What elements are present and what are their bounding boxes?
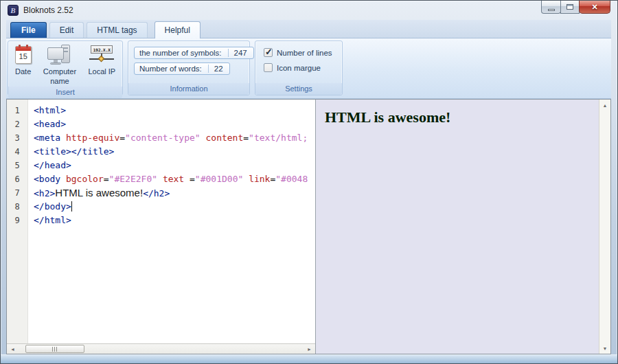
line-number: 5 <box>7 159 27 172</box>
code-line[interactable]: <body bgcolor="#E2E2F0" text ="#001D00" … <box>34 172 315 186</box>
code-segment: = <box>184 174 195 184</box>
computer-base <box>50 62 61 65</box>
window-title: Bloknots 2.52 <box>23 5 73 15</box>
code-segment: HTML is awesome! <box>55 187 143 198</box>
horizontal-scrollbar[interactable]: ◄ ► <box>7 343 315 354</box>
titlebar[interactable]: B Bloknots 2.52 ✕ <box>1 1 617 20</box>
code-segment: = <box>104 174 109 184</box>
tab-html-tags[interactable]: HTML tags <box>87 22 147 38</box>
vertical-scroll-track[interactable] <box>599 111 610 343</box>
maximize-button[interactable] <box>560 1 580 14</box>
scroll-left-arrow[interactable]: ◄ <box>7 344 19 354</box>
number-of-lines-checkbox[interactable] <box>264 48 273 57</box>
code-segment: "#0048 <box>275 174 308 184</box>
horizontal-scroll-track[interactable] <box>19 344 304 354</box>
line-number: 6 <box>7 172 27 186</box>
code-segment: </h2> <box>143 188 170 198</box>
ribbon-group-settings: Number of lines Icon margue Settings <box>255 41 343 95</box>
preview-heading: HTML is awesome! <box>325 109 599 126</box>
symbols-count-value: 247 <box>228 49 249 57</box>
minimize-button[interactable] <box>541 1 561 14</box>
line-number: 3 <box>7 131 27 145</box>
code-line[interactable]: </html> <box>34 214 315 227</box>
editor-body[interactable]: 123456789 <html><head><meta http-equiv="… <box>7 100 315 343</box>
computer-icon <box>47 45 72 65</box>
number-of-lines-label: Number of lines <box>277 49 332 57</box>
app-icon: B <box>8 5 19 16</box>
computer-name-button-label: Computer name <box>39 67 80 87</box>
code-segment: <meta <box>34 133 60 143</box>
ribbon-tab-bar: File Edit HTML tags Helpful <box>6 20 611 38</box>
scroll-down-arrow[interactable]: ▼ <box>599 343 610 354</box>
calendar-day: 15 <box>16 52 31 61</box>
code-line[interactable]: <meta http-equiv="content-type" content=… <box>34 131 315 145</box>
icon-margue-label: Icon margue <box>277 64 321 72</box>
code-segment <box>243 174 249 184</box>
scroll-thumb-grip-icon <box>52 347 58 352</box>
tab-file[interactable]: File <box>10 22 47 38</box>
computer-name-button[interactable]: Computer name <box>39 44 80 87</box>
scroll-right-arrow[interactable]: ► <box>304 344 315 354</box>
code-segment: </body> <box>34 201 71 212</box>
scroll-up-arrow[interactable]: ▲ <box>599 100 610 111</box>
group-label-settings: Settings <box>255 83 342 95</box>
line-number-gutter: 123456789 <box>7 100 28 343</box>
words-count-value: 22 <box>208 65 225 73</box>
information-fields: the number of symbols: 247 Number of wor… <box>128 41 249 78</box>
line-number: 4 <box>7 145 27 159</box>
html-preview-pane: HTML is awesome! <box>316 100 599 354</box>
ip-icon-wrap: 192.X.X <box>89 44 114 66</box>
calendar-icon: 15 <box>15 46 32 64</box>
tab-helpful[interactable]: Helpful <box>154 21 201 38</box>
ribbon-group-insert: 15 Date Computer name <box>8 41 123 95</box>
window-controls: ✕ <box>542 1 610 14</box>
code-line[interactable]: <head> <box>34 117 315 131</box>
ip-icon-label: 192.X.X <box>91 45 113 54</box>
main-area: 123456789 <html><head><meta http-equiv="… <box>6 99 611 354</box>
computer-icon-wrap <box>47 44 72 66</box>
code-segment: "content-type" <box>125 133 201 143</box>
code-editor[interactable]: 123456789 <html><head><meta http-equiv="… <box>7 100 316 354</box>
close-icon: ✕ <box>591 3 597 12</box>
tab-edit[interactable]: Edit <box>49 22 84 38</box>
horizontal-scroll-thumb[interactable] <box>25 345 84 353</box>
app-window: B Bloknots 2.52 ✕ File Edit HTML tags He… <box>0 0 618 364</box>
code-line[interactable]: <title></title> <box>34 145 315 159</box>
symbols-count-label: the number of symbols: <box>139 49 222 57</box>
local-ip-button-label: Local IP <box>88 67 115 76</box>
line-number: 8 <box>7 200 27 214</box>
date-button-label: Date <box>15 67 31 76</box>
code-line[interactable]: </head> <box>34 159 315 172</box>
code-segment: content <box>205 133 243 143</box>
close-button[interactable]: ✕ <box>579 1 610 14</box>
window-bottom-frame <box>1 354 617 363</box>
code-segment: http-equiv <box>66 133 119 143</box>
local-ip-button[interactable]: 192.X.X Local IP <box>88 44 115 87</box>
insert-buttons: 15 Date Computer name <box>8 41 122 87</box>
app-icon-letter: B <box>10 6 15 14</box>
icon-margue-checkbox[interactable] <box>264 63 273 72</box>
ribbon-group-information: the number of symbols: 247 Number of wor… <box>128 41 250 95</box>
settings-options: Number of lines Icon margue <box>255 41 342 78</box>
icon-margue-option[interactable]: Icon margue <box>264 63 342 72</box>
vertical-scrollbar[interactable]: ▲ ▼ <box>599 100 610 354</box>
code-segment: <body <box>34 174 60 184</box>
date-button[interactable]: 15 Date <box>15 44 32 87</box>
code-line[interactable]: <h2>HTML is awesome!</h2> <box>34 186 315 200</box>
date-icon-wrap: 15 <box>15 44 32 66</box>
code-segment <box>157 174 163 184</box>
code-lines[interactable]: <html><head><meta http-equiv="content-ty… <box>28 100 315 343</box>
code-segment: "#001D00" <box>195 174 243 184</box>
code-segment: <title></title> <box>34 146 114 157</box>
ip-icon-node <box>98 56 105 62</box>
code-segment: link <box>249 174 270 184</box>
code-segment: <head> <box>34 119 66 129</box>
code-line[interactable]: <html> <box>34 104 315 117</box>
code-segment <box>60 174 66 184</box>
number-of-lines-option[interactable]: Number of lines <box>264 48 342 57</box>
calendar-band <box>16 47 31 51</box>
calendar-ring <box>26 45 28 48</box>
line-number: 2 <box>7 117 27 131</box>
code-segment: = <box>243 133 249 143</box>
code-line[interactable]: </body> <box>34 200 315 214</box>
